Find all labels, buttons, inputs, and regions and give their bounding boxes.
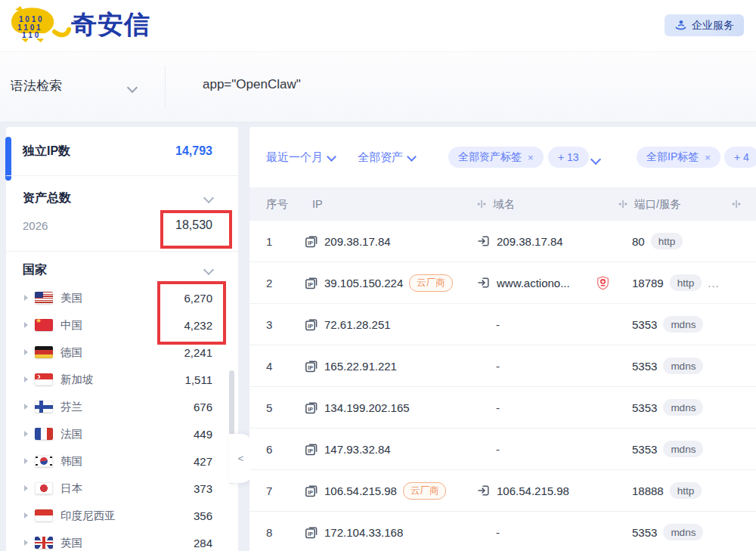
ip-copy-icon[interactable]: IP: [305, 401, 318, 414]
ip-copy-icon[interactable]: IP: [305, 317, 318, 331]
expand-caret-icon[interactable]: [24, 540, 28, 546]
country-row[interactable]: 美国 6,270: [6, 284, 238, 311]
search-mode-select[interactable]: 语法检索: [11, 77, 62, 94]
service-pill: mdns: [663, 358, 703, 374]
ip-tag-more-pill[interactable]: + 4: [724, 147, 756, 168]
col-header-domain: 域名: [493, 197, 515, 212]
ip-address[interactable]: 209.38.17.84: [324, 235, 391, 248]
country-row[interactable]: 法国 449: [6, 420, 238, 447]
ip-copy-icon[interactable]: IP: [305, 276, 318, 289]
domain-value[interactable]: 106.54.215.98: [497, 484, 569, 497]
expand-caret-icon[interactable]: [24, 376, 28, 382]
svg-text:IP: IP: [308, 448, 313, 453]
search-query-input[interactable]: app="OpenClaw": [203, 77, 301, 92]
ip-address[interactable]: 72.61.28.251: [324, 318, 391, 331]
asset-total-row[interactable]: 2026 18,530: [6, 212, 238, 239]
domain-link-icon[interactable]: [477, 234, 491, 248]
row-index: 7: [249, 484, 305, 497]
country-row[interactable]: 英国 284: [6, 529, 238, 551]
country-row[interactable]: 日本 373: [6, 475, 238, 502]
ip-tag-filter-pill[interactable]: 全部IP标签 ×: [637, 147, 720, 168]
table-row[interactable]: 8 IP 172.104.33.168 - 5353 mdns: [249, 512, 756, 551]
expand-caret-icon[interactable]: [24, 404, 28, 410]
asset-total-header[interactable]: 资产总数: [6, 184, 238, 212]
service-list: mdns: [663, 441, 703, 457]
chevron-down-icon[interactable]: [205, 263, 212, 277]
enterprise-service-label: 企业服务: [692, 19, 734, 33]
country-section-header[interactable]: 国家: [6, 258, 238, 281]
domain-value[interactable]: -: [496, 318, 500, 331]
chevron-down-icon[interactable]: [592, 153, 600, 166]
country-row[interactable]: 芬兰 676: [6, 393, 238, 420]
country-row[interactable]: 德国 2,241: [6, 339, 238, 366]
time-range-filter[interactable]: 最近一个月: [266, 147, 335, 168]
column-resize-icon[interactable]: [477, 200, 486, 209]
expand-caret-icon[interactable]: [24, 431, 28, 437]
country-count: 6,270: [184, 292, 212, 305]
ip-copy-icon[interactable]: IP: [305, 234, 318, 248]
ip-address[interactable]: 172.104.33.168: [324, 526, 403, 539]
port-number: 5353: [632, 360, 657, 373]
domain-value[interactable]: -: [496, 360, 500, 373]
asset-tag-more-count: + 13: [558, 151, 579, 163]
country-row[interactable]: 印度尼西亚 356: [6, 502, 238, 529]
chevron-down-icon[interactable]: [129, 81, 136, 94]
expand-caret-icon[interactable]: [24, 485, 28, 491]
chevron-down-icon[interactable]: [205, 191, 212, 205]
table-row[interactable]: 5 IP 134.199.202.165 - 5353 mdns: [249, 387, 756, 429]
asset-tag-filter-pill[interactable]: 全部资产标签 ×: [448, 147, 544, 168]
ip-copy-icon[interactable]: IP: [305, 525, 318, 539]
table-row[interactable]: 1 IP 209.38.17.84 209.38.17.84: [249, 221, 756, 262]
cloud-vendor-tag: 云厂商: [409, 274, 453, 292]
column-resize-icon[interactable]: [732, 200, 741, 209]
column-resize-icon[interactable]: [618, 200, 627, 209]
ip-copy-icon[interactable]: IP: [305, 359, 318, 373]
svg-text:IP: IP: [308, 407, 313, 412]
expand-caret-icon[interactable]: [24, 458, 28, 464]
risk-shield-badge-icon[interactable]: [596, 276, 609, 290]
domain-value[interactable]: -: [496, 443, 500, 456]
country-name: 新加坡: [60, 373, 94, 387]
expand-caret-icon[interactable]: [24, 322, 28, 328]
top-header: 1 0 1 0 1 1 0 1 1 1 0 奇安信 企业服务: [0, 0, 756, 51]
ip-address[interactable]: 147.93.32.84: [324, 443, 391, 456]
country-name: 德国: [60, 345, 82, 360]
domain-value[interactable]: 209.38.17.84: [497, 235, 563, 248]
ip-copy-icon[interactable]: IP: [305, 484, 318, 497]
domain-value[interactable]: www.actiono...: [497, 277, 570, 289]
enterprise-service-button[interactable]: 企业服务: [665, 14, 744, 36]
country-row[interactable]: 新加坡 1,511: [6, 366, 238, 393]
table-row[interactable]: 2 IP 39.105.150.224 云厂商 www.actiono...: [249, 262, 756, 304]
row-index: 6: [249, 443, 305, 456]
country-flag-icon: [35, 319, 53, 331]
service-pill: http: [651, 233, 683, 249]
independent-ip-value: 14,793: [175, 144, 212, 158]
domain-link-icon[interactable]: [477, 484, 491, 497]
service-pill: http: [670, 482, 702, 499]
ip-address[interactable]: 39.105.150.224: [324, 277, 403, 289]
table-row[interactable]: 4 IP 165.22.91.221 - 5353 mdns: [249, 345, 756, 387]
expand-caret-icon[interactable]: [24, 512, 28, 518]
domain-link-icon[interactable]: [477, 276, 491, 289]
divider: [6, 251, 238, 252]
expand-caret-icon[interactable]: [24, 295, 28, 301]
qianxin-logo[interactable]: 1 0 1 0 1 1 0 1 1 1 0 奇安信: [6, 5, 150, 45]
table-row[interactable]: 6 IP 147.93.32.84 - 5353 mdns: [249, 429, 756, 470]
ip-address[interactable]: 106.54.215.98: [324, 484, 397, 497]
more-services-ellipsis[interactable]: ...: [708, 277, 720, 289]
ip-copy-icon[interactable]: IP: [305, 442, 318, 456]
table-row[interactable]: 7 IP 106.54.215.98 云厂商 106.54.215.98: [249, 470, 756, 512]
ip-address[interactable]: 165.22.91.221: [324, 360, 397, 373]
country-flag-icon: [35, 482, 53, 494]
asset-scope-filter[interactable]: 全部资产: [358, 147, 415, 168]
asset-tag-more-pill[interactable]: + 13: [548, 147, 589, 168]
close-icon[interactable]: ×: [528, 152, 534, 163]
country-row[interactable]: 韩国 427: [6, 447, 238, 475]
ip-address[interactable]: 134.199.202.165: [324, 401, 410, 414]
close-icon[interactable]: ×: [705, 152, 711, 163]
country-row[interactable]: 中国 4,232: [6, 311, 238, 339]
domain-value[interactable]: -: [496, 401, 500, 414]
domain-value[interactable]: -: [496, 526, 500, 539]
expand-caret-icon[interactable]: [24, 349, 28, 355]
table-row[interactable]: 3 IP 72.61.28.251 - 5353 mdns: [249, 304, 756, 345]
